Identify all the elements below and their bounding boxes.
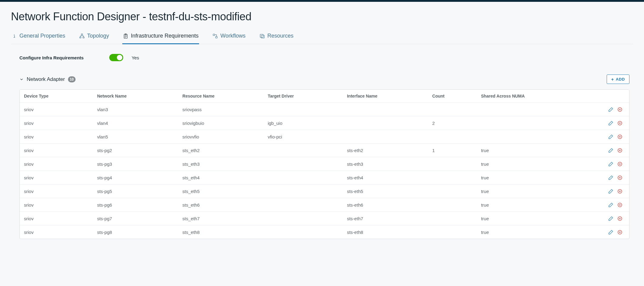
cell-resource-name: sriovpass: [178, 103, 263, 116]
cell-count: [428, 130, 477, 144]
col-resource-name: Resource Name: [178, 90, 263, 103]
tab-general-properties[interactable]: General Properties: [11, 30, 66, 44]
plus-icon: +: [611, 77, 614, 81]
cell-target-driver: [263, 144, 343, 157]
delete-icon[interactable]: [617, 216, 622, 221]
cell-device-type: sriov: [20, 185, 93, 198]
cell-resource-name: sriovigbuio: [178, 116, 263, 130]
add-button[interactable]: + ADD: [607, 75, 629, 84]
tab-workflows[interactable]: Workflows: [212, 30, 246, 44]
cell-actions: [592, 185, 629, 198]
cell-count: 2: [428, 116, 477, 130]
cell-count: [428, 212, 477, 225]
edit-icon[interactable]: [608, 216, 613, 221]
table-row: sriovvlan3sriovpass: [20, 103, 629, 116]
cell-device-type: sriov: [20, 198, 93, 212]
edit-icon[interactable]: [608, 175, 613, 180]
cell-device-type: sriov: [20, 116, 93, 130]
section-header: Network Adapter 10 + ADD: [19, 75, 633, 84]
config-toggle-row: Configure Infra Requirements Yes: [19, 54, 633, 61]
edit-icon[interactable]: [608, 107, 613, 112]
tab-label: General Properties: [19, 33, 65, 39]
page-title: Network Function Designer - testnf-du-st…: [11, 10, 633, 23]
cell-shared-numa: [477, 130, 593, 144]
delete-icon[interactable]: [617, 161, 622, 167]
tab-label: Infrastructure Requirements: [131, 33, 198, 39]
edit-icon[interactable]: [608, 120, 613, 126]
cell-interface-name: [343, 116, 428, 130]
edit-icon[interactable]: [608, 188, 613, 194]
cell-resource-name: sts_eth3: [178, 157, 263, 171]
cell-actions: [592, 225, 629, 239]
cell-resource-name: sts_eth4: [178, 171, 263, 185]
cell-interface-name: sts-eth3: [343, 157, 428, 171]
cell-network-name: sts-pg4: [93, 171, 178, 185]
delete-icon[interactable]: [617, 148, 622, 153]
tab-label: Resources: [267, 33, 293, 39]
col-target-driver: Target Driver: [263, 90, 343, 103]
edit-icon[interactable]: [608, 161, 613, 167]
col-shared-numa: Shared Across NUMA: [477, 90, 593, 103]
table-row: sriovvlan4sriovigbuioigb_uio2: [20, 116, 629, 130]
cell-network-name: vlan5: [93, 130, 178, 144]
table-row: sriovsts-pg5sts_eth5sts-eth5true: [20, 185, 629, 198]
config-toggle[interactable]: [109, 54, 123, 61]
cell-target-driver: [263, 103, 343, 116]
cell-device-type: sriov: [20, 225, 93, 239]
clipboard-icon: [123, 33, 128, 39]
delete-icon[interactable]: [617, 229, 622, 235]
cell-network-name: vlan3: [93, 103, 178, 116]
delete-icon[interactable]: [617, 107, 622, 112]
cell-count: [428, 171, 477, 185]
cell-interface-name: [343, 103, 428, 116]
edit-icon[interactable]: [608, 148, 613, 153]
resources-icon: [259, 33, 265, 39]
cell-target-driver: [263, 198, 343, 212]
info-icon: [12, 33, 17, 39]
table-row: sriovsts-pg3sts_eth3sts-eth3true: [20, 157, 629, 171]
delete-icon[interactable]: [617, 188, 622, 194]
cell-network-name: sts-pg2: [93, 144, 178, 157]
cell-network-name: sts-pg5: [93, 185, 178, 198]
svg-rect-9: [261, 35, 264, 38]
svg-rect-3: [83, 37, 84, 38]
svg-rect-7: [216, 36, 217, 38]
cell-count: [428, 157, 477, 171]
cell-actions: [592, 130, 629, 144]
topology-icon: [79, 33, 85, 39]
delete-icon[interactable]: [617, 202, 622, 208]
cell-device-type: sriov: [20, 212, 93, 225]
cell-target-driver: [263, 225, 343, 239]
tab-infrastructure-requirements[interactable]: Infrastructure Requirements: [122, 30, 199, 44]
cell-network-name: sts-pg3: [93, 157, 178, 171]
cell-count: [428, 103, 477, 116]
cell-target-driver: [263, 171, 343, 185]
section-toggle[interactable]: Network Adapter 10: [19, 76, 76, 82]
tab-resources[interactable]: Resources: [259, 30, 294, 44]
page-container: Network Function Designer - testnf-du-st…: [0, 2, 644, 239]
tab-topology[interactable]: Topology: [79, 30, 110, 44]
workflow-icon: [212, 33, 218, 39]
cell-target-driver: [263, 212, 343, 225]
edit-icon[interactable]: [608, 134, 613, 139]
config-label: Configure Infra Requirements: [19, 55, 84, 60]
cell-shared-numa: true: [477, 171, 593, 185]
cell-actions: [592, 116, 629, 130]
edit-icon[interactable]: [608, 229, 613, 235]
cell-resource-name: sts_eth8: [178, 225, 263, 239]
cell-count: [428, 198, 477, 212]
edit-icon[interactable]: [608, 202, 613, 208]
count-badge: 10: [68, 76, 76, 82]
cell-resource-name: sts_eth7: [178, 212, 263, 225]
cell-interface-name: [343, 130, 428, 144]
delete-icon[interactable]: [617, 134, 622, 139]
delete-icon[interactable]: [617, 120, 622, 126]
network-adapter-table: Device Type Network Name Resource Name T…: [19, 89, 629, 239]
cell-device-type: sriov: [20, 171, 93, 185]
delete-icon[interactable]: [617, 175, 622, 180]
config-toggle-value: Yes: [132, 55, 139, 60]
table-row: sriovsts-pg2sts_eth2sts-eth21true: [20, 144, 629, 157]
cell-shared-numa: true: [477, 212, 593, 225]
cell-interface-name: sts-eth6: [343, 198, 428, 212]
cell-resource-name: sts_eth2: [178, 144, 263, 157]
